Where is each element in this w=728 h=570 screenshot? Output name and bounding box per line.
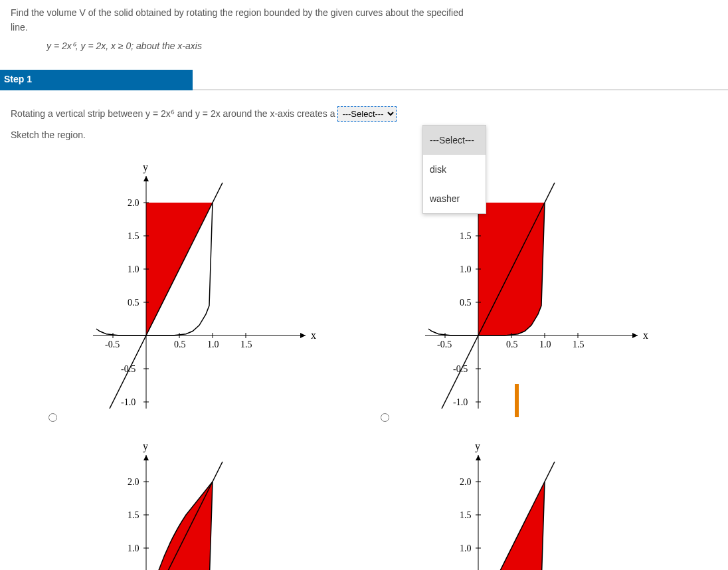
chart-a-x-arrow bbox=[300, 333, 306, 338]
chart-a-xlabel: x bbox=[311, 330, 316, 341]
dropdown-option-placeholder[interactable]: ---Select--- bbox=[423, 126, 486, 155]
svg-text:1.5: 1.5 bbox=[128, 231, 139, 241]
svg-text:-0.5: -0.5 bbox=[121, 364, 136, 374]
svg-text:1.5: 1.5 bbox=[128, 510, 139, 520]
dropdown-option-disk[interactable]: disk bbox=[423, 155, 486, 184]
chart-c-svg: 0.5 1.0 1.5 2.0 y bbox=[53, 435, 332, 570]
svg-text:-0.5: -0.5 bbox=[453, 364, 468, 374]
svg-text:1.5: 1.5 bbox=[460, 510, 472, 520]
svg-text:-0.5: -0.5 bbox=[105, 339, 120, 349]
chart-option-d: 0.5 1.0 1.5 2.0 y bbox=[345, 435, 678, 570]
chart-option-b: -0.5 0.5 1.0 1.5 -1.0 -0.5 0.5 1.0 1.5 2… bbox=[345, 156, 678, 435]
chart-a-y-arrow bbox=[143, 176, 149, 181]
svg-text:1.0: 1.0 bbox=[460, 543, 472, 553]
svg-text:1.0: 1.0 bbox=[539, 339, 551, 349]
chart-b-curve-left bbox=[428, 329, 478, 335]
step-label: Step 1 bbox=[0, 74, 32, 84]
step-sentence: Rotating a vertical strip between y = 2x… bbox=[11, 106, 717, 122]
svg-text:-1.0: -1.0 bbox=[453, 397, 468, 407]
svg-text:y: y bbox=[475, 440, 480, 452]
svg-text:0.5: 0.5 bbox=[174, 339, 186, 349]
chart-option-a: -0.5 0.5 1.0 1.5 -1.0 -0.5 0.5 1.0 1.5 2… bbox=[13, 156, 345, 435]
svg-text:-0.5: -0.5 bbox=[437, 339, 452, 349]
shape-select[interactable]: ---Select--- bbox=[337, 106, 397, 122]
svg-text:x: x bbox=[643, 330, 648, 341]
sketch-instruction: Sketch the region. bbox=[11, 130, 717, 140]
svg-text:0.5: 0.5 bbox=[506, 339, 518, 349]
svg-text:1.5: 1.5 bbox=[240, 339, 252, 349]
svg-text:1.5: 1.5 bbox=[460, 231, 472, 241]
svg-text:0.5: 0.5 bbox=[460, 298, 472, 308]
svg-marker-21 bbox=[632, 333, 638, 338]
svg-text:0.5: 0.5 bbox=[128, 298, 139, 308]
svg-text:2.0: 2.0 bbox=[128, 477, 139, 487]
dropdown-option-washer[interactable]: washer bbox=[423, 184, 486, 213]
step-header: Step 1 bbox=[0, 70, 193, 89]
problem-statement: Find the volume V of the solid obtained … bbox=[0, 0, 728, 35]
shape-select-dropdown[interactable]: ---Select--- disk washer bbox=[422, 125, 486, 214]
chart-d-region bbox=[478, 482, 545, 570]
equation-line: y = 2x⁶, y = 2x, x ≥ 0; about the x-axis bbox=[0, 35, 728, 59]
prompt-line1: Find the volume V of the solid obtained … bbox=[11, 7, 464, 18]
chart-a-curve-left bbox=[96, 329, 146, 335]
svg-text:1.0: 1.0 bbox=[207, 339, 219, 349]
chart-a-svg: -0.5 0.5 1.0 1.5 -1.0 -0.5 0.5 1.0 1.5 2… bbox=[53, 156, 332, 435]
svg-text:1.5: 1.5 bbox=[573, 339, 585, 349]
chart-d-svg: 0.5 1.0 1.5 2.0 y bbox=[385, 435, 664, 570]
chart-a-ylabel: y bbox=[143, 161, 148, 173]
sentence-prefix: Rotating a vertical strip between y = 2x… bbox=[11, 108, 335, 119]
svg-marker-49 bbox=[143, 455, 149, 460]
prompt-line2: line. bbox=[11, 22, 28, 33]
scrollbar-indicator[interactable] bbox=[515, 384, 519, 417]
chart-b-yticks: -1.0 -0.5 0.5 1.0 1.5 2.0 bbox=[453, 198, 481, 407]
chart-a-yticks: -1.0 -0.5 0.5 1.0 1.5 2.0 bbox=[121, 198, 149, 407]
svg-text:1.0: 1.0 bbox=[128, 264, 139, 274]
svg-text:1.0: 1.0 bbox=[128, 543, 139, 553]
svg-text:y: y bbox=[143, 440, 148, 452]
svg-text:2.0: 2.0 bbox=[460, 477, 472, 487]
equation-text: y = 2x⁶, y = 2x, x ≥ 0; about the x-axis bbox=[46, 41, 202, 51]
svg-text:2.0: 2.0 bbox=[128, 198, 139, 208]
svg-text:1.0: 1.0 bbox=[460, 264, 472, 274]
svg-marker-62 bbox=[476, 455, 481, 460]
chart-option-c: 0.5 1.0 1.5 2.0 y bbox=[13, 435, 345, 570]
chart-grid: -0.5 0.5 1.0 1.5 -1.0 -0.5 0.5 1.0 1.5 2… bbox=[0, 156, 728, 570]
svg-text:-1.0: -1.0 bbox=[121, 397, 136, 407]
